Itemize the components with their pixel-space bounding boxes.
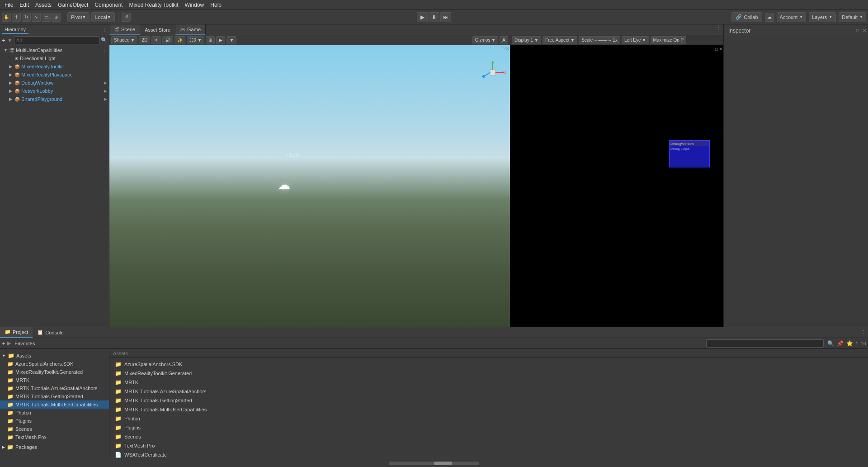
scale-tool-button[interactable]: ⤡ (32, 13, 41, 22)
transform-tool-button[interactable]: ⊕ (52, 13, 61, 22)
menu-assets[interactable]: Assets (33, 1, 54, 9)
game-maximize-icon[interactable]: □ (715, 47, 718, 52)
scene-close-icon[interactable]: ✕ (505, 46, 509, 51)
inspector-close-icon[interactable]: ✕ (863, 28, 866, 33)
local-button[interactable]: Local ▼ (91, 12, 114, 22)
project-view-icon4[interactable]: * (856, 340, 858, 347)
project-folder-azurespatial[interactable]: 📁 AzureSpatialAnchors.SDK (111, 360, 866, 369)
scene-maximize-icon[interactable]: □ (502, 46, 505, 51)
hierarchy-filter-icon[interactable]: ▼ (7, 38, 12, 43)
assets-section-header[interactable]: ▼ 📁 Assets (0, 352, 109, 360)
favorites-arrow[interactable]: ▶ (7, 340, 11, 346)
sidebar-item-azure-tutorials[interactable]: 📁 MRTK.Tutorials.AzureSpatialAnchors (0, 384, 109, 392)
tab-options-icon[interactable]: ⋮ (714, 24, 723, 35)
project-file-wsacert[interactable]: 📄 WSATestCertificate (111, 450, 866, 459)
root-more-icon[interactable]: ⋮ (103, 48, 107, 53)
menu-edit[interactable]: Edit (17, 1, 32, 9)
pause-button[interactable]: ⏸ (429, 12, 439, 22)
collab-button[interactable]: 🔗 Collab (731, 12, 762, 22)
sidebar-item-plugins[interactable]: 📁 Plugins (0, 417, 109, 425)
default-dropdown[interactable]: Default ▼ (839, 12, 866, 22)
sidebar-item-textmesh[interactable]: 📁 TextMesh Pro (0, 433, 109, 441)
maximize-btn[interactable]: Maximize On P (651, 36, 687, 44)
project-folder-plugins[interactable]: 📁 Plugins (111, 423, 866, 432)
console-tab[interactable]: 📋 Console (33, 327, 68, 338)
rect-tool-button[interactable]: ▭ (42, 13, 51, 22)
fx-toggle[interactable]: ✨ (175, 36, 185, 44)
hierarchy-tab[interactable]: Hierarchy (2, 26, 28, 34)
audio-toggle[interactable]: 🔊 (162, 36, 173, 44)
project-view-icon3[interactable]: ⭐ (846, 340, 853, 347)
hierarchy-add-icon[interactable]: + (2, 37, 5, 44)
scene-vis-toggle[interactable]: ▶ (216, 36, 225, 44)
project-tab[interactable]: 📁 Project (0, 327, 33, 338)
shading-dropdown[interactable]: Shaded ▼ (111, 36, 137, 44)
hierarchy-search-icon[interactable]: 🔍 (101, 37, 107, 43)
project-view-icon2[interactable]: 📌 (837, 340, 844, 347)
move-tool-button[interactable]: ✛ (12, 13, 21, 22)
scene-persp-btn[interactable]: A (500, 36, 508, 44)
sidebar-item-photon[interactable]: 📁 Photon (0, 409, 109, 417)
menu-help[interactable]: Help (208, 1, 224, 9)
sidebar-item-scenes[interactable]: 📁 Scenes (0, 425, 109, 433)
scene-more-toggle[interactable]: ▼ (226, 36, 236, 44)
sidebar-item-mrtk-generated[interactable]: 📁 MixedRealityToolkit.Generated (0, 368, 109, 376)
scene-res-dropdown[interactable]: ☷0 ▼ (187, 36, 204, 44)
sidebar-item-getting-started[interactable]: 📁 MRTK.Tutorials.GettingStarted (0, 392, 109, 400)
scene-gizmo[interactable]: Y X Z (479, 59, 506, 86)
menu-file[interactable]: File (2, 1, 16, 9)
sidebar-item-azurespatialanchors[interactable]: 📁 AzureSpatialAnchors.SDK (0, 360, 109, 368)
layers-dropdown[interactable]: Layers ▼ (809, 12, 836, 22)
scrollbar-thumb[interactable] (434, 462, 452, 465)
2d-toggle[interactable]: 2D (139, 36, 150, 44)
menu-mrtk[interactable]: Mixed Reality Toolkit (126, 1, 181, 9)
menu-gameobject[interactable]: GameObject (55, 1, 91, 9)
step-button[interactable]: ⏭ (440, 12, 451, 22)
scene-tab[interactable]: 🎬 Scene (109, 24, 140, 35)
hierarchy-item-directional-light[interactable]: ▶ ☀ Directional Light (0, 54, 109, 62)
packages-section-header[interactable]: ▶ 📁 Packages (0, 443, 109, 451)
project-view-icon1[interactable]: 🔍 (827, 340, 834, 347)
asset-store-tab[interactable]: Asset Store (140, 24, 175, 35)
grid-toggle[interactable]: ⊞ (206, 36, 215, 44)
bottom-options-icon[interactable]: ⋮ (859, 329, 868, 335)
hierarchy-item-playspace[interactable]: ▶ 📦 MixedRealityPlayspace (0, 71, 109, 79)
hierarchy-item-sharedplayground[interactable]: ▶ 📦 SharedPlayground ▶ (0, 95, 109, 103)
play-button[interactable]: ▶ (417, 12, 428, 22)
scale-control[interactable]: Scale ←——→ 1x (579, 36, 620, 44)
hand-tool-button[interactable]: ✋ (2, 13, 11, 22)
project-folder-scenes[interactable]: 📁 Scenes (111, 432, 866, 441)
sidebar-item-multi-user[interactable]: 📁 MRTK.Tutorials.MultiUserCapabilities (0, 400, 109, 409)
scene-view[interactable]: Shaded ▼ 2D ☀ 🔊 ✨ ☷0 ▼ ⊞ ▶ (109, 35, 510, 327)
project-search-input[interactable] (706, 339, 824, 348)
hierarchy-options-icon[interactable]: ⋮ (103, 27, 107, 32)
display-dropdown[interactable]: Display 1 ▼ (512, 36, 541, 44)
project-folder-azure-tutorials[interactable]: 📁 MRTK.Tutorials.AzureSpatialAnchors (111, 387, 866, 396)
menu-component[interactable]: Component (92, 1, 125, 9)
bottom-scrollbar[interactable] (0, 459, 868, 467)
cloud-button[interactable]: ☁ (765, 13, 774, 22)
hierarchy-item-networklobby[interactable]: ▶ 📦 NetworkLobby ▶ (0, 87, 109, 95)
project-folder-mrtk-gen[interactable]: 📁 MixedRealityToolkit.Generated (111, 369, 866, 378)
refresh-button[interactable]: ↺ (122, 13, 131, 22)
add-button[interactable]: + (2, 340, 5, 347)
game-options-icon[interactable]: ⋮ (717, 37, 722, 43)
project-folder-textmesh[interactable]: 📁 TextMesh Pro (111, 441, 866, 450)
hierarchy-item-mrtk[interactable]: ▶ 📦 MixedRealityToolkit (0, 62, 109, 71)
gizmos-dropdown[interactable]: Gizmos ▼ (472, 36, 499, 44)
sidebar-item-mrtk[interactable]: 📁 MRTK (0, 376, 109, 384)
lighting-toggle[interactable]: ☀ (151, 36, 161, 44)
pivot-button[interactable]: Pivot ▼ (67, 12, 90, 22)
hierarchy-root-item[interactable]: ▼ 🎬 MultiUserCapabilities ⋮ (0, 46, 109, 54)
account-dropdown[interactable]: Account ▼ (777, 12, 807, 22)
aspect-dropdown[interactable]: Free Aspect ▼ (542, 36, 577, 44)
project-folder-getting-started[interactable]: 📁 MRTK.Tutorials.GettingStarted (111, 396, 866, 405)
project-folder-photon[interactable]: 📁 Photon (111, 414, 866, 423)
project-folder-multi-user[interactable]: 📁 MRTK.Tutorials.MultiUserCapabilities (111, 405, 866, 414)
project-folder-mrtk[interactable]: 📁 MRTK (111, 378, 866, 387)
menu-window[interactable]: Window (182, 1, 207, 9)
rotate-tool-button[interactable]: ↻ (22, 13, 31, 22)
game-tab[interactable]: 🎮 Game (175, 24, 206, 35)
scrollbar-track[interactable] (389, 462, 479, 465)
hierarchy-item-debugwindow[interactable]: ▶ 📦 DebugWindow ▶ (0, 79, 109, 87)
